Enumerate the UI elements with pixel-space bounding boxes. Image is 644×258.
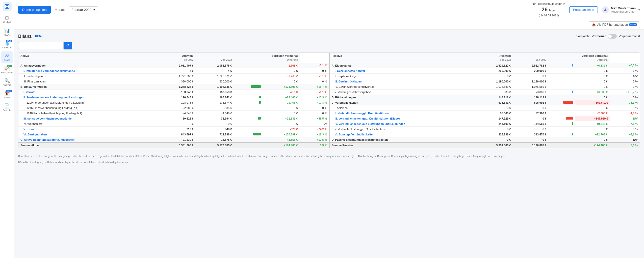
- aktiva-col-header: Aktiva: [18, 53, 157, 58]
- bilanz-tables: Aktiva Auswahl Vergleich Vormonat Feb 20…: [18, 52, 640, 148]
- svg-point-5: [67, 44, 69, 46]
- sidebar-item-liquiditaet[interactable]: BALD 💧 Liquidität: [1, 39, 13, 50]
- user-menu[interactable]: Max Mustermann Musterlüchen GmbH ▾: [602, 6, 640, 13]
- sidebar-item-bwa[interactable]: 📊 BWA: [1, 26, 13, 38]
- sidebar-item-bilanz[interactable]: ⚖ Bilanz: [1, 51, 13, 63]
- aktiva-feb-header: Feb 2022: [157, 58, 196, 63]
- top-header: Daten einspielen Monat: Februar 2022 ▾ I…: [14, 0, 644, 20]
- table-row: II. Sachanlagen1.721.603 €1.723.371 €-1.…: [18, 73, 329, 79]
- vergleich-label: Vergleich:: [576, 35, 590, 38]
- aktiva-jan-header: Jan 2022: [195, 58, 234, 63]
- table-row: I. Immaterielle Vermögensgegenstände4 €4…: [18, 68, 329, 73]
- kennzahlen-badge: NEU: [7, 65, 12, 67]
- dropdown-arrow-icon: ▾: [93, 8, 95, 12]
- sidebar-item-berichte-label: Berichte: [3, 109, 11, 112]
- sidebar-item-kennzahlen-label: Kennzahlen: [1, 72, 13, 74]
- table-row: V. Verbindlichkeiten ggü. Gesellschafter…: [330, 126, 640, 132]
- sidebar-item-planung[interactable]: BALD 📅 Planung: [1, 89, 13, 101]
- table-row: V. Kasse219 €848 €-629 €-74,2 %: [18, 126, 329, 132]
- table-row: 1200 Forderungen aus Lieferungen u.Leist…: [18, 100, 329, 105]
- footnote2: N/V = Nicht verfügbar, da Daten für die …: [18, 160, 640, 164]
- monat-label: Monat:: [55, 8, 65, 12]
- passiva-feb-header: Feb 2022: [477, 58, 513, 63]
- daten-einspielen-button[interactable]: Daten einspielen: [18, 6, 51, 14]
- passiva-vergleich-header: Vergleich Vormonat: [513, 53, 609, 58]
- table-row: 1248 Pauschalwertberichtigung Forderg./b…: [18, 110, 329, 116]
- aktiva-vergleich-header: Vergleich Vormonat: [195, 53, 300, 58]
- table-row: III. Verbindlichkeiten ggü. Kreditinstit…: [330, 116, 640, 121]
- content-area: Bilanz BETA Vergleich: Vormonat Vorjahre…: [14, 30, 644, 258]
- user-avatar: [602, 6, 609, 13]
- search-input[interactable]: [18, 42, 64, 49]
- table-row: VI. Bankguthaben843.497 €712.798 €+130.6…: [18, 132, 329, 137]
- sidebar-item-bilanz-label: Bilanz: [4, 59, 10, 62]
- vorjahresmonat-label: Vorjahresmonat: [619, 35, 640, 38]
- table-row: Summe Passiva3.351.365 €3.176.885 €+174.…: [330, 142, 640, 148]
- bwa-icon: 📊: [4, 28, 10, 33]
- svg-rect-1: [7, 5, 9, 6]
- table-row: III. Finanzanlagen330.000 €330.000 €0 €0…: [18, 79, 329, 84]
- passiva-jan-header: Jan 2022: [513, 58, 548, 63]
- sidebar-item-berichte[interactable]: 📄 Berichte: [1, 102, 13, 113]
- table-row: IV. Gewinnvortrag/Verlustvortrag1.076.58…: [330, 84, 640, 89]
- table-row: II. Kapitalrücklage0 €0 €0 €N/V: [330, 73, 640, 79]
- aktiva-auswahl-header: Auswahl: [157, 53, 196, 58]
- table-row: I. Vorräte183.643 €183.853 €-210 €-0,1 %: [18, 89, 329, 95]
- passiva-differenz-header: Differenz: [548, 58, 609, 63]
- bilanz-title-area: Bilanz BETA: [18, 34, 43, 39]
- aktiva-differenz-header: Differenz: [234, 58, 300, 63]
- trial-info: Ihr Probezeitraum endet in 26 Tagen (bis…: [532, 2, 565, 18]
- search-bar: [18, 42, 640, 49]
- vergleich-toggle-area: Vergleich: Vormonat Vorjahresmonat: [576, 34, 640, 39]
- pdf-icon: 📥: [592, 23, 596, 26]
- table-row: B. Umlaufvermögen1.278.828 €1.104.635 €+…: [18, 84, 329, 89]
- vergleich-toggle[interactable]: [608, 34, 617, 39]
- bilanz-title-text: Bilanz: [18, 34, 32, 39]
- svg-rect-2: [5, 7, 6, 9]
- table-row: I. Anleihen0 €0 €0 €0 %: [330, 105, 640, 110]
- passiva-section: Passiva Auswahl Vergleich Vormonat Feb 2…: [329, 53, 640, 148]
- berichte-icon: 📄: [4, 103, 10, 109]
- table-row: C. Verbindlichkeiten673.631 €505.991 €+1…: [330, 100, 640, 105]
- passiva-col-header: Passiva: [330, 53, 477, 58]
- sidebar: ⊞ Cockpit 📊 BWA BALD 💧 Liquidität ⚖ Bila…: [0, 0, 14, 258]
- table-row: V. Vorläufiges Jahresergebnis3.033 €-3.8…: [330, 89, 640, 95]
- sidebar-item-kennzahlen[interactable]: NEU 📈 Kennzahlen: [1, 64, 13, 76]
- table-row: III. Gewinnrücklagen1.190.000 €1.190.000…: [330, 79, 640, 84]
- search-button[interactable]: [64, 42, 72, 49]
- table-row: IV. Verbindlichkeiten aus Lieferungen un…: [330, 121, 640, 126]
- svg-rect-3: [7, 7, 9, 9]
- pdf-bald-badge: BALD: [629, 23, 637, 26]
- table-row: B. Rückstellungen148.112 €148.112 €0 €0 …: [330, 95, 640, 100]
- sidebar-item-liquiditaet-label: Liquidität: [2, 46, 11, 49]
- user-company: Musterlüchen GmbH: [611, 10, 636, 13]
- preise-ansehen-button[interactable]: Preise ansehen: [569, 6, 598, 13]
- aktiva-section: Aktiva Auswahl Vergleich Vormonat Feb 20…: [18, 53, 329, 148]
- table-row: A. Eigenkapital2.529.622 €2.522.782 €+6.…: [330, 63, 640, 68]
- table-row: VI. Sonstige Verbindlichkeiten326.236 €3…: [330, 132, 640, 137]
- trial-days: 26: [542, 6, 548, 14]
- sidebar-item-analyse[interactable]: 🔍 Analyse: [1, 76, 13, 88]
- pdf-download-button[interactable]: 📥 Als PDF herunterladen BALD: [589, 21, 640, 28]
- analyse-icon: 🔍: [4, 78, 10, 83]
- sidebar-item-cockpit[interactable]: ⊞ Cockpit: [1, 14, 13, 25]
- sidebar-item-analyse-label: Analyse: [3, 84, 11, 87]
- table-row: III. sonstige Vermögensgegenstände60.625…: [18, 116, 329, 121]
- table-row: Summe Aktiva3.351.365 €3.176.885 €+174.4…: [18, 142, 329, 148]
- passiva-table: Passiva Auswahl Vergleich Vormonat Feb 2…: [330, 53, 640, 148]
- table-row: II. Verbindlichkeiten ggü. Kreditinstitu…: [330, 110, 640, 116]
- app-logo[interactable]: [3, 2, 12, 11]
- bilanz-icon: ⚖: [5, 53, 9, 59]
- bilanz-header: Bilanz BETA Vergleich: Vormonat Vorjahre…: [18, 34, 640, 39]
- table-row: A. Anlagevermögen2.051.407 €2.053.375 €-…: [18, 63, 329, 68]
- beta-badge: BETA: [34, 35, 43, 38]
- footnote-area: Beachten Sie: Die hier dargestellte unte…: [18, 148, 640, 168]
- planung-badge: BALD: [6, 90, 12, 92]
- passiva-auswahl-header: Auswahl: [477, 53, 513, 58]
- table-row: 1246 Einzelwertberichtigung Forderg.(b.f…: [18, 105, 329, 110]
- aktiva-table: Aktiva Auswahl Vergleich Vormonat Feb 20…: [18, 53, 329, 148]
- svg-rect-0: [5, 5, 6, 6]
- main-content: Daten einspielen Monat: Februar 2022 ▾ I…: [14, 0, 644, 258]
- monat-select[interactable]: Februar 2022 ▾: [69, 6, 98, 13]
- sidebar-item-bwa-label: BWA: [4, 34, 9, 36]
